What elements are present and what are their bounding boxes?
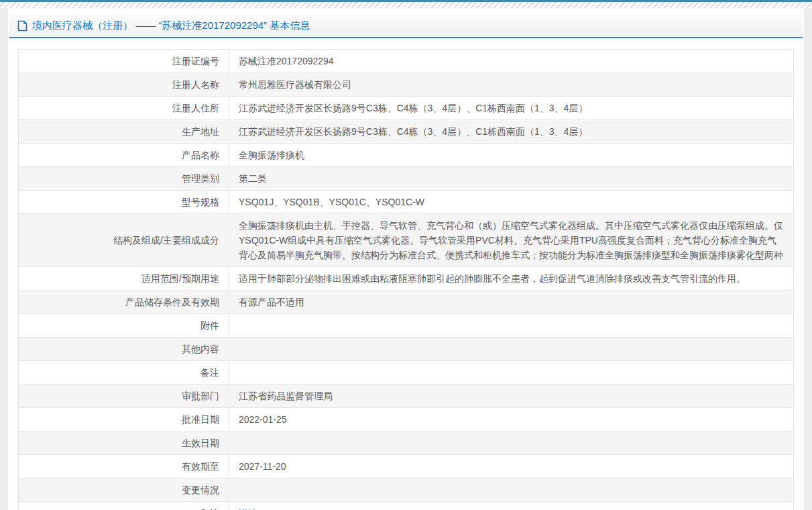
row-label: 备注 <box>19 361 229 385</box>
row-label: 有效期至 <box>19 455 229 478</box>
row-value-text: 苏械注准20172092294 <box>239 56 334 66</box>
row-value-text: 江苏省药品监督管理局 <box>239 391 333 401</box>
row-value-text: 江苏武进经济开发区长扬路9号C3栋、C4栋（3、4层）、C1栋西南面（1、3、4… <box>239 103 587 113</box>
row-value-text: 第二类 <box>239 173 267 184</box>
top-striped-bar <box>0 2 812 8</box>
row-value: YSQ01J、YSQ01B、YSQ01C、YSQ01C-W <box>229 191 794 214</box>
row-label-text: 有效期至 <box>182 461 219 472</box>
row-value: 全胸振荡排痰机 <box>229 144 794 167</box>
table-row: 变更情况 <box>19 478 794 502</box>
row-label: 生产地址 <box>19 120 229 144</box>
table-row: 批准日期2022-01-25 <box>19 408 794 431</box>
row-label: 产品名称 <box>19 144 229 167</box>
row-value-text: 江苏武进经济开发区长扬路9号C3栋、C4栋（3、4层）、C1栋西南面（1、3、4… <box>239 126 587 137</box>
row-value-text: 适用于肺部部分泌物排出困难或由粘液阻塞肺部引起的肺膨胀不全患者，起到促进气道清除… <box>239 273 746 284</box>
table-row: 审批部门江苏省药品监督管理局 <box>19 385 794 408</box>
table-row: 注册人名称常州思雅医疗器械有限公司 <box>19 73 794 97</box>
row-label-text: 结构及组成/主要组成成分 <box>113 235 219 246</box>
row-label: 批准日期 <box>19 408 229 431</box>
row-value: 苏械注准20172092294 <box>229 50 794 73</box>
row-label: 型号规格 <box>19 191 229 214</box>
row-label: 注册人名称 <box>19 73 229 97</box>
table-row: 附件 <box>19 314 794 338</box>
row-value: 江苏武进经济开发区长扬路9号C3栋、C4栋（3、4层）、C1栋西南面（1、3、4… <box>229 120 794 144</box>
row-label-text: 适用范围/预期用途 <box>141 273 219 284</box>
row-value <box>229 338 794 361</box>
table-row: 结构及组成/主要组成成分全胸振荡排痰机由主机、手控器、导气软管、充气背心和（或）… <box>19 214 794 267</box>
table-row: 产品储存条件及有效期有源产品不适用 <box>19 291 794 314</box>
row-value: 2022-01-25 <box>229 408 794 431</box>
table-row: 其他内容 <box>19 338 794 361</box>
info-table-body: 注册证编号苏械注准20172092294注册人名称常州思雅医疗器械有限公司注册人… <box>19 50 794 510</box>
row-value: 详情 <box>229 502 794 510</box>
row-value <box>229 314 794 338</box>
row-label-text: 审批部门 <box>182 391 219 401</box>
row-label: 注 <box>19 502 229 510</box>
table-row: 注册证编号苏械注准20172092294 <box>19 50 794 73</box>
row-label: 其他内容 <box>19 338 229 361</box>
row-value: 有源产品不适用 <box>229 291 794 314</box>
table-row: 生产地址江苏武进经济开发区长扬路9号C3栋、C4栋（3、4层）、C1栋西南面（1… <box>19 120 794 144</box>
table-row: 型号规格YSQ01J、YSQ01B、YSQ01C、YSQ01C-W <box>19 191 794 214</box>
row-value: 适用于肺部部分泌物排出困难或由粘液阻塞肺部引起的肺膨胀不全患者，起到促进气道清除… <box>229 267 794 291</box>
row-label-text: 注册证编号 <box>172 56 219 66</box>
row-label-text: 变更情况 <box>182 484 219 495</box>
page-title: 境内医疗器械（注册） —— “苏械注准20172092294” 基本信息 <box>32 19 310 32</box>
row-label-text: 附件 <box>200 320 219 331</box>
page-header: 境内医疗器械（注册） —— “苏械注准20172092294” 基本信息 <box>9 15 803 38</box>
row-label-text: 备注 <box>200 367 219 378</box>
row-value-text: 常州思雅医疗器械有限公司 <box>239 79 351 90</box>
row-value: 江苏省药品监督管理局 <box>229 385 794 408</box>
row-value <box>229 431 794 455</box>
table-row: 备注 <box>19 361 794 385</box>
row-label-text: 注册人住所 <box>172 103 219 113</box>
row-label: 管理类别 <box>19 167 229 191</box>
row-label: 产品储存条件及有效期 <box>19 291 229 314</box>
page-container: 境内医疗器械（注册） —— “苏械注准20172092294” 基本信息 注册证… <box>8 8 804 510</box>
table-row: 生效日期 <box>19 431 794 455</box>
row-label: 生效日期 <box>19 431 229 455</box>
row-label-text: 批准日期 <box>182 414 219 425</box>
table-row: 注详情 <box>19 502 794 510</box>
row-label-text: 管理类别 <box>182 173 219 184</box>
info-table: 注册证编号苏械注准20172092294注册人名称常州思雅医疗器械有限公司注册人… <box>18 49 794 510</box>
table-row: 管理类别第二类 <box>19 167 794 191</box>
row-label-text: 生产地址 <box>182 126 219 137</box>
row-label-text: 其他内容 <box>182 344 219 354</box>
row-value-text: 全胸振荡排痰机由主机、手控器、导气软管、充气背心和（或）压缩空气式雾化器组成。其… <box>239 220 783 260</box>
table-row: 适用范围/预期用途适用于肺部部分泌物排出困难或由粘液阻塞肺部引起的肺膨胀不全患者… <box>19 267 794 291</box>
row-value-text: YSQ01J、YSQ01B、YSQ01C、YSQ01C-W <box>239 197 424 207</box>
row-label: 注册人住所 <box>19 97 229 120</box>
table-row: 产品名称全胸振荡排痰机 <box>19 144 794 167</box>
row-value <box>229 361 794 385</box>
row-label: 适用范围/预期用途 <box>19 267 229 291</box>
row-label-text: 产品储存条件及有效期 <box>125 297 219 307</box>
row-value: 江苏武进经济开发区长扬路9号C3栋、C4栋（3、4层）、C1栋西南面（1、3、4… <box>229 97 794 120</box>
row-value-text: 2027-11-20 <box>239 461 286 472</box>
document-icon <box>17 20 27 32</box>
row-value <box>229 478 794 502</box>
row-value: 常州思雅医疗器械有限公司 <box>229 73 794 97</box>
row-label: 结构及组成/主要组成成分 <box>19 214 229 267</box>
row-label: 审批部门 <box>19 385 229 408</box>
row-label-text: 产品名称 <box>182 150 219 160</box>
row-value-text: 2022-01-25 <box>239 414 287 425</box>
row-label-text: 生效日期 <box>182 438 219 448</box>
row-label-text: 注册人名称 <box>172 79 219 90</box>
table-row: 有效期至2027-11-20 <box>19 455 794 478</box>
row-value-text: 有源产品不适用 <box>239 297 304 307</box>
row-label-text: 型号规格 <box>182 197 219 207</box>
row-value-text: 全胸振荡排痰机 <box>239 150 304 160</box>
row-label: 变更情况 <box>19 478 229 502</box>
row-label: 附件 <box>19 314 229 338</box>
row-value: 2027-11-20 <box>229 455 794 478</box>
row-value: 全胸振荡排痰机由主机、手控器、导气软管、充气背心和（或）压缩空气式雾化器组成。其… <box>229 214 794 267</box>
row-value: 第二类 <box>229 167 794 191</box>
table-row: 注册人住所江苏武进经济开发区长扬路9号C3栋、C4栋（3、4层）、C1栋西南面（… <box>19 97 794 120</box>
row-label: 注册证编号 <box>19 50 229 73</box>
